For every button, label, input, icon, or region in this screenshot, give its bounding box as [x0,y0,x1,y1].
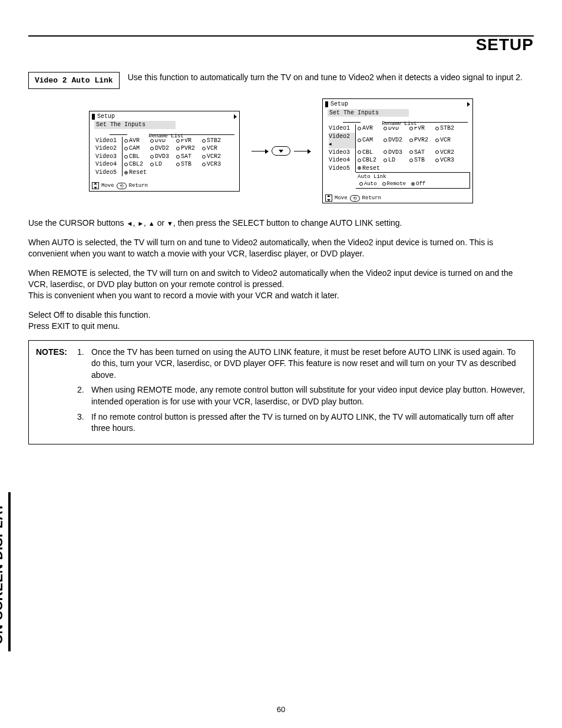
osd-screen-initial: Setup Set The Inputs Rename List Video1 … [89,111,240,192]
para-auto: When AUTO is selected, the TV will turn … [28,237,534,259]
para-remote: When REMOTE is selected, the TV will tur… [28,268,534,301]
return-key-icon: ⟲ [350,195,360,202]
note-1: Once the TV has been turned on using the… [91,347,526,381]
para-off-exit: Select Off to disable this function. Pre… [28,309,534,332]
side-tab: ON-SCREEN DISPLAY [0,492,11,651]
video2-label: Video2 [95,144,123,153]
auto-link-submenu: Auto Link Auto Remote Off [356,172,470,189]
chevron-right-icon [234,114,237,119]
feature-description: Use this function to automatically turn … [128,72,534,83]
page-number: 60 [0,705,562,714]
cursor-down-key-icon [272,146,290,156]
return-key-icon: ⟲ [117,183,127,189]
video4-label: Video4 [95,160,123,169]
video2-highlighted: Video2 ◄ [329,133,356,149]
flow-arrow [252,146,310,156]
note-3: If no remote control button is pressed a… [91,411,526,434]
page-title: SETUP [476,35,534,54]
arrow-up-down-icon [92,182,99,189]
video3-label: Video3 [95,153,123,161]
feature-name-box: Video 2 Auto Link [28,72,120,89]
arrow-up-down-icon [325,195,332,202]
notes-box: NOTES: 1. Once the TV has been turned on… [28,340,534,444]
chevron-right-icon [467,102,470,107]
video5-label: Video5 [95,169,123,177]
notes-label: NOTES: [36,347,77,381]
osd-screen-video2-selected: Setup Set The Inputs Rename List Video1 … [322,98,473,203]
note-2: When using REMOTE mode, any remote contr… [91,384,526,407]
video1-label: Video1 [95,137,123,145]
instruction-cursor: Use the CURSOR buttons ◄, ►, ▲ or ▼, the… [28,218,534,229]
